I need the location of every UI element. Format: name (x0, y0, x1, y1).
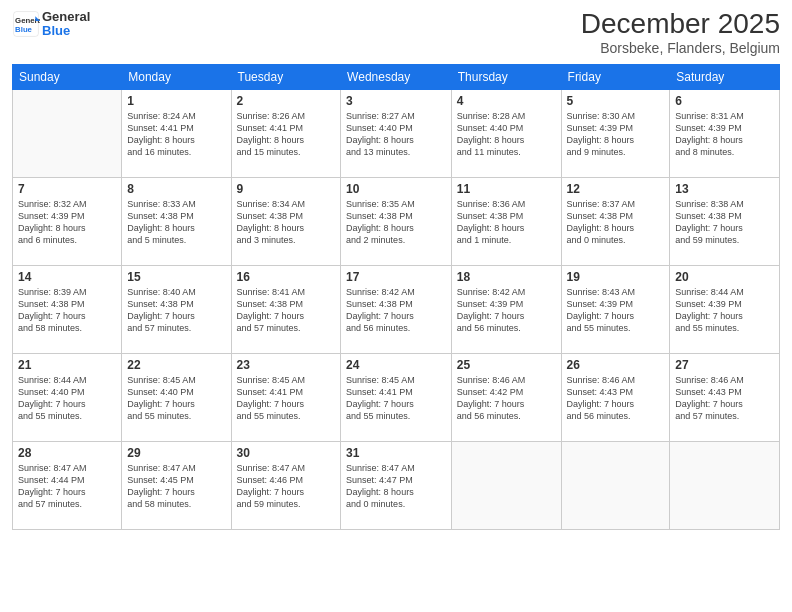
calendar-day-cell: 24Sunrise: 8:45 AMSunset: 4:41 PMDayligh… (341, 354, 452, 442)
day-info: Sunrise: 8:47 AMSunset: 4:45 PMDaylight:… (127, 462, 225, 511)
calendar-week-row: 1Sunrise: 8:24 AMSunset: 4:41 PMDaylight… (13, 90, 780, 178)
day-number: 11 (457, 182, 556, 196)
day-number: 10 (346, 182, 446, 196)
day-info: Sunrise: 8:43 AMSunset: 4:39 PMDaylight:… (567, 286, 665, 335)
day-info: Sunrise: 8:47 AMSunset: 4:46 PMDaylight:… (237, 462, 336, 511)
day-info: Sunrise: 8:47 AMSunset: 4:44 PMDaylight:… (18, 462, 116, 511)
day-number: 15 (127, 270, 225, 284)
day-info: Sunrise: 8:28 AMSunset: 4:40 PMDaylight:… (457, 110, 556, 159)
day-info: Sunrise: 8:46 AMSunset: 4:43 PMDaylight:… (675, 374, 774, 423)
day-number: 22 (127, 358, 225, 372)
calendar-header-tuesday: Tuesday (231, 65, 341, 90)
calendar-week-row: 7Sunrise: 8:32 AMSunset: 4:39 PMDaylight… (13, 178, 780, 266)
day-number: 20 (675, 270, 774, 284)
calendar-day-cell: 20Sunrise: 8:44 AMSunset: 4:39 PMDayligh… (670, 266, 780, 354)
day-number: 16 (237, 270, 336, 284)
day-info: Sunrise: 8:38 AMSunset: 4:38 PMDaylight:… (675, 198, 774, 247)
day-info: Sunrise: 8:47 AMSunset: 4:47 PMDaylight:… (346, 462, 446, 511)
day-number: 5 (567, 94, 665, 108)
calendar-day-cell: 31Sunrise: 8:47 AMSunset: 4:47 PMDayligh… (341, 442, 452, 530)
month-title: December 2025 (581, 10, 780, 38)
day-number: 9 (237, 182, 336, 196)
day-info: Sunrise: 8:39 AMSunset: 4:38 PMDaylight:… (18, 286, 116, 335)
day-number: 29 (127, 446, 225, 460)
day-number: 12 (567, 182, 665, 196)
day-number: 24 (346, 358, 446, 372)
day-number: 30 (237, 446, 336, 460)
calendar-day-cell: 16Sunrise: 8:41 AMSunset: 4:38 PMDayligh… (231, 266, 341, 354)
day-info: Sunrise: 8:42 AMSunset: 4:39 PMDaylight:… (457, 286, 556, 335)
day-number: 17 (346, 270, 446, 284)
calendar-day-cell: 17Sunrise: 8:42 AMSunset: 4:38 PMDayligh… (341, 266, 452, 354)
calendar-day-cell: 27Sunrise: 8:46 AMSunset: 4:43 PMDayligh… (670, 354, 780, 442)
logo-text: General Blue (42, 10, 90, 39)
day-info: Sunrise: 8:30 AMSunset: 4:39 PMDaylight:… (567, 110, 665, 159)
calendar-day-cell: 12Sunrise: 8:37 AMSunset: 4:38 PMDayligh… (561, 178, 670, 266)
logo-icon: General Blue (12, 10, 40, 38)
title-section: December 2025 Borsbeke, Flanders, Belgiu… (581, 10, 780, 56)
calendar-day-cell: 22Sunrise: 8:45 AMSunset: 4:40 PMDayligh… (122, 354, 231, 442)
day-number: 31 (346, 446, 446, 460)
day-info: Sunrise: 8:33 AMSunset: 4:38 PMDaylight:… (127, 198, 225, 247)
day-info: Sunrise: 8:46 AMSunset: 4:43 PMDaylight:… (567, 374, 665, 423)
day-info: Sunrise: 8:41 AMSunset: 4:38 PMDaylight:… (237, 286, 336, 335)
day-info: Sunrise: 8:45 AMSunset: 4:40 PMDaylight:… (127, 374, 225, 423)
day-info: Sunrise: 8:31 AMSunset: 4:39 PMDaylight:… (675, 110, 774, 159)
day-number: 14 (18, 270, 116, 284)
day-number: 28 (18, 446, 116, 460)
calendar-header-friday: Friday (561, 65, 670, 90)
day-info: Sunrise: 8:45 AMSunset: 4:41 PMDaylight:… (237, 374, 336, 423)
location: Borsbeke, Flanders, Belgium (581, 40, 780, 56)
day-info: Sunrise: 8:44 AMSunset: 4:40 PMDaylight:… (18, 374, 116, 423)
calendar-day-cell: 13Sunrise: 8:38 AMSunset: 4:38 PMDayligh… (670, 178, 780, 266)
calendar-day-cell: 28Sunrise: 8:47 AMSunset: 4:44 PMDayligh… (13, 442, 122, 530)
day-number: 8 (127, 182, 225, 196)
logo: General Blue General Blue (12, 10, 90, 39)
day-info: Sunrise: 8:26 AMSunset: 4:41 PMDaylight:… (237, 110, 336, 159)
calendar-day-cell: 11Sunrise: 8:36 AMSunset: 4:38 PMDayligh… (451, 178, 561, 266)
day-info: Sunrise: 8:45 AMSunset: 4:41 PMDaylight:… (346, 374, 446, 423)
calendar-day-cell: 10Sunrise: 8:35 AMSunset: 4:38 PMDayligh… (341, 178, 452, 266)
day-number: 7 (18, 182, 116, 196)
day-info: Sunrise: 8:27 AMSunset: 4:40 PMDaylight:… (346, 110, 446, 159)
calendar-day-cell (451, 442, 561, 530)
calendar-day-cell: 6Sunrise: 8:31 AMSunset: 4:39 PMDaylight… (670, 90, 780, 178)
calendar-day-cell: 7Sunrise: 8:32 AMSunset: 4:39 PMDaylight… (13, 178, 122, 266)
day-number: 2 (237, 94, 336, 108)
calendar-day-cell: 15Sunrise: 8:40 AMSunset: 4:38 PMDayligh… (122, 266, 231, 354)
svg-text:Blue: Blue (15, 25, 33, 34)
day-info: Sunrise: 8:44 AMSunset: 4:39 PMDaylight:… (675, 286, 774, 335)
calendar-day-cell: 8Sunrise: 8:33 AMSunset: 4:38 PMDaylight… (122, 178, 231, 266)
calendar-header-saturday: Saturday (670, 65, 780, 90)
calendar-week-row: 21Sunrise: 8:44 AMSunset: 4:40 PMDayligh… (13, 354, 780, 442)
calendar-day-cell: 30Sunrise: 8:47 AMSunset: 4:46 PMDayligh… (231, 442, 341, 530)
calendar-day-cell: 9Sunrise: 8:34 AMSunset: 4:38 PMDaylight… (231, 178, 341, 266)
calendar-day-cell: 3Sunrise: 8:27 AMSunset: 4:40 PMDaylight… (341, 90, 452, 178)
calendar-day-cell: 2Sunrise: 8:26 AMSunset: 4:41 PMDaylight… (231, 90, 341, 178)
day-info: Sunrise: 8:35 AMSunset: 4:38 PMDaylight:… (346, 198, 446, 247)
day-number: 13 (675, 182, 774, 196)
day-number: 27 (675, 358, 774, 372)
day-info: Sunrise: 8:34 AMSunset: 4:38 PMDaylight:… (237, 198, 336, 247)
day-info: Sunrise: 8:42 AMSunset: 4:38 PMDaylight:… (346, 286, 446, 335)
calendar-day-cell: 26Sunrise: 8:46 AMSunset: 4:43 PMDayligh… (561, 354, 670, 442)
calendar-header-wednesday: Wednesday (341, 65, 452, 90)
calendar-day-cell: 19Sunrise: 8:43 AMSunset: 4:39 PMDayligh… (561, 266, 670, 354)
calendar-day-cell: 18Sunrise: 8:42 AMSunset: 4:39 PMDayligh… (451, 266, 561, 354)
calendar-day-cell (561, 442, 670, 530)
logo-blue-text: Blue (42, 24, 90, 38)
calendar-header-monday: Monday (122, 65, 231, 90)
calendar-day-cell: 4Sunrise: 8:28 AMSunset: 4:40 PMDaylight… (451, 90, 561, 178)
day-number: 4 (457, 94, 556, 108)
calendar-day-cell: 29Sunrise: 8:47 AMSunset: 4:45 PMDayligh… (122, 442, 231, 530)
calendar-day-cell: 23Sunrise: 8:45 AMSunset: 4:41 PMDayligh… (231, 354, 341, 442)
calendar-day-cell: 25Sunrise: 8:46 AMSunset: 4:42 PMDayligh… (451, 354, 561, 442)
day-number: 25 (457, 358, 556, 372)
calendar-day-cell: 1Sunrise: 8:24 AMSunset: 4:41 PMDaylight… (122, 90, 231, 178)
calendar-day-cell: 14Sunrise: 8:39 AMSunset: 4:38 PMDayligh… (13, 266, 122, 354)
calendar-header-thursday: Thursday (451, 65, 561, 90)
day-number: 26 (567, 358, 665, 372)
calendar-table: SundayMondayTuesdayWednesdayThursdayFrid… (12, 64, 780, 530)
calendar-header-sunday: Sunday (13, 65, 122, 90)
page-container: General Blue General Blue December 2025 … (0, 0, 792, 612)
